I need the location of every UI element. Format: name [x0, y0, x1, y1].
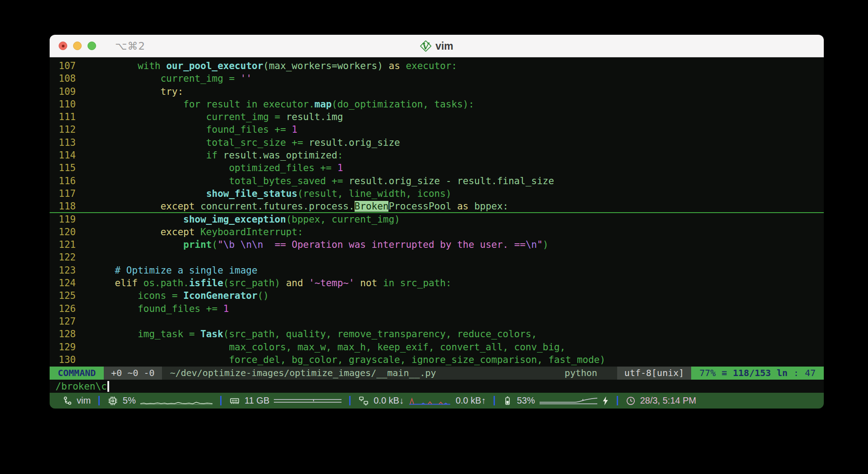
code-area[interactable]: 107 with our_pool_executor(max_workers=w…	[50, 60, 824, 367]
zoom-button[interactable]	[88, 42, 96, 50]
battery-icon	[503, 395, 512, 406]
network-upload: 0.0 kB↑	[456, 395, 486, 406]
code-token	[303, 278, 309, 288]
line-number: 112	[50, 123, 78, 136]
code-text: show_img_exception(bppex, current_img)	[92, 213, 824, 226]
code-token: as	[388, 60, 400, 71]
code-line-115[interactable]: 115 optimized_files += 1	[50, 162, 824, 174]
code-token: (do_optimization, tasks):	[332, 99, 474, 110]
divider	[617, 396, 618, 405]
code-line-120[interactable]: 120 except KeyboardInterrupt:	[50, 226, 824, 238]
line-number: 110	[50, 98, 78, 111]
vim-command-line[interactable]: /broken\c	[50, 380, 824, 393]
code-token: 1	[292, 124, 298, 135]
code-line-126[interactable]: 126 found_files += 1	[50, 302, 824, 315]
cpu-module: 5%	[107, 395, 212, 406]
code-line-107[interactable]: 107 with our_pool_executor(max_workers=w…	[50, 60, 824, 72]
code-token: KeyboardInterrupt:	[195, 227, 303, 237]
code-text: except concurrent.futures.process.Broken…	[92, 200, 824, 213]
code-token: our_pool_executor	[166, 60, 263, 71]
code-token: (	[212, 239, 218, 250]
code-line-119[interactable]: 119 show_img_exception(bppex, current_im…	[50, 213, 824, 226]
line-number: 123	[50, 264, 78, 277]
close-button[interactable]	[59, 42, 67, 50]
code-line-124[interactable]: 124 elif os.path.isfile(src_path) and '~…	[50, 277, 824, 289]
line-number: 122	[50, 251, 78, 264]
code-token: optimized_files +=	[92, 163, 337, 173]
code-token: show_img_exception	[183, 214, 286, 225]
code-token	[469, 201, 475, 212]
code-token: result.orig_size - result.final_size	[349, 176, 554, 186]
code-token: elif	[115, 278, 138, 288]
code-line-128[interactable]: 128 img_task = Task(src_path, quality, r…	[50, 328, 824, 340]
code-line-123[interactable]: 123 # Optimize a single image	[50, 264, 824, 277]
code-token: # Optimize a single image	[92, 265, 258, 276]
diff-changes-indicator: +0 ~0 -0	[104, 367, 162, 380]
code-token	[92, 201, 161, 212]
divider	[349, 396, 351, 405]
code-line-125[interactable]: 125 icons = IconGenerator()	[50, 289, 824, 302]
code-token: map	[314, 99, 332, 110]
code-token: \n\n	[240, 239, 263, 250]
code-token: os.path.	[138, 278, 189, 288]
network-graph	[408, 396, 451, 406]
code-line-122[interactable]: 122	[50, 251, 824, 264]
filetype-indicator: python	[565, 367, 617, 380]
code-token: total_src_size +=	[92, 137, 309, 148]
code-token: executor:	[400, 60, 457, 71]
cursor-position-indicator: 77% ≡ 118/153 ln : 47	[691, 367, 824, 380]
vim-logo-icon	[420, 40, 431, 51]
window-title: vim	[435, 40, 453, 52]
code-token: 1	[337, 163, 343, 173]
process-name: vim	[77, 395, 91, 406]
mode-indicator: COMMAND	[50, 367, 104, 380]
code-line-111[interactable]: 111 current_img = result.img	[50, 111, 824, 123]
code-line-117[interactable]: 117 show_file_status(result, line_width,…	[50, 187, 824, 200]
code-line-114[interactable]: 114 if result.was_optimized:	[50, 149, 824, 162]
code-text: found_files += 1	[92, 302, 824, 315]
code-text: current_img = ''	[92, 72, 824, 85]
line-number: 120	[50, 226, 78, 238]
code-text	[92, 315, 824, 328]
memory-graph	[274, 396, 342, 406]
screen: { "titlebar": { "shortcut": "⌥⌘2", "titl…	[0, 0, 868, 474]
code-token: force_del, bg_color, grayscale, ignore_s…	[92, 354, 605, 365]
code-text: for result in executor.map(do_optimizati…	[92, 98, 824, 111]
code-token: )	[543, 239, 549, 250]
code-token: max_colors, max_w, max_h, keep_exif, con…	[92, 342, 565, 353]
code-token: try:	[161, 86, 184, 97]
code-line-108[interactable]: 108 current_img = ''	[50, 72, 824, 85]
code-line-109[interactable]: 109 try:	[50, 85, 824, 98]
code-line-118[interactable]: 118 except concurrent.futures.process.Br…	[50, 200, 824, 213]
line-of-total: 118/153	[733, 367, 771, 380]
code-line-129[interactable]: 129 max_colors, max_w, max_h, keep_exif,…	[50, 341, 824, 353]
code-token	[92, 278, 115, 288]
code-line-127[interactable]: 127	[50, 315, 824, 328]
code-token: (src_path)	[223, 278, 286, 288]
code-token	[383, 60, 389, 71]
code-line-130[interactable]: 130 force_del, bg_color, grayscale, igno…	[50, 353, 824, 366]
code-token: total_bytes_saved +=	[92, 176, 349, 186]
minimize-button[interactable]	[73, 42, 82, 50]
code-text: max_colors, max_w, max_h, keep_exif, con…	[92, 341, 824, 353]
code-token: not	[360, 278, 377, 288]
code-token	[92, 227, 161, 237]
code-line-110[interactable]: 110 for result in executor.map(do_optimi…	[50, 98, 824, 111]
line-number: 114	[50, 149, 78, 162]
line-number: 107	[50, 60, 78, 72]
code-token: isfile	[189, 278, 223, 288]
code-token: ''	[240, 73, 252, 84]
code-line-121[interactable]: 121 print("\b \n\n == Operation was inte…	[50, 238, 824, 251]
file-path: ~/dev/optimize-images/optimize_images/__…	[162, 367, 436, 380]
code-text: icons = IconGenerator()	[92, 289, 824, 302]
code-line-113[interactable]: 113 total_src_size += result.orig_size	[50, 136, 824, 149]
code-line-112[interactable]: 112 found_files += 1	[50, 123, 824, 136]
code-token: if	[92, 150, 223, 161]
code-token: ProcessPool	[388, 201, 451, 212]
code-token	[452, 201, 457, 212]
terminal-window: ⌥⌘2 vim 107 with our_pool_executor(max_w…	[50, 35, 824, 409]
code-text: force_del, bg_color, grayscale, ignore_s…	[92, 353, 824, 366]
code-line-116[interactable]: 116 total_bytes_saved += result.orig_siz…	[50, 175, 824, 187]
line-number: 115	[50, 162, 78, 174]
window-titlebar[interactable]: ⌥⌘2 vim	[50, 35, 824, 57]
